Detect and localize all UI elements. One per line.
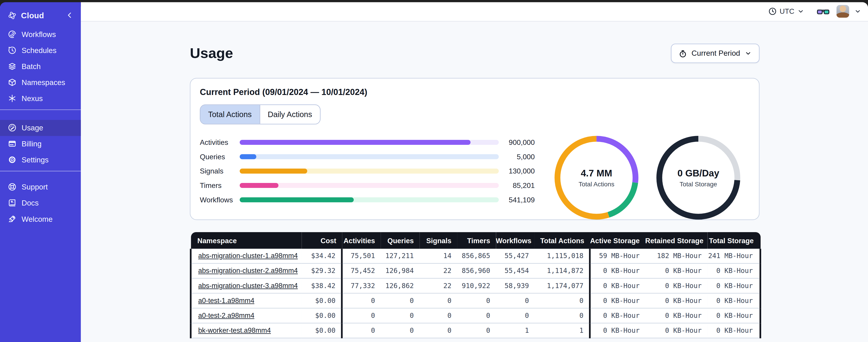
welcome-icon bbox=[8, 214, 17, 223]
cell-activities: 0 bbox=[342, 323, 381, 338]
column-header-timers: Timers bbox=[457, 232, 496, 249]
table-row: a0-test-1.a98mm4$0.000000000 KB-Hour0 KB… bbox=[191, 293, 760, 308]
sidebar-item-namespaces[interactable]: Namespaces bbox=[0, 74, 81, 91]
cell-retained_storage: 182 MB-Hour bbox=[645, 249, 707, 264]
topbar: UTC bbox=[81, 2, 868, 22]
namespace-usage-table: NamespaceCostActivitiesQueriesSignalsTim… bbox=[190, 232, 759, 338]
bar-track bbox=[240, 183, 499, 188]
table-row: a0-test-2.a98mm4$0.000000000 KB-Hour0 KB… bbox=[191, 308, 760, 323]
stopwatch-icon bbox=[679, 49, 687, 58]
cell-namespace: bk-worker-test.a98mm4 bbox=[191, 323, 301, 338]
bar-value: 5,000 bbox=[499, 152, 535, 161]
cell-active_storage: 0 KB-Hour bbox=[590, 323, 645, 338]
cell-cost: $0.00 bbox=[301, 323, 342, 338]
column-header-total_storage: Total Storage bbox=[707, 232, 760, 249]
cell-timers: 856,960 bbox=[457, 264, 496, 278]
sidebar-item-workflows[interactable]: Workflows bbox=[0, 26, 81, 42]
namespace-link[interactable]: abs-migration-cluster-2.a98mm4 bbox=[198, 267, 298, 275]
cell-namespace: abs-migration-cluster-2.a98mm4 bbox=[191, 264, 301, 278]
sidebar-item-support[interactable]: Support bbox=[0, 179, 81, 195]
sidebar-item-welcome[interactable]: Welcome bbox=[0, 211, 81, 227]
cell-workflows: 0 bbox=[496, 308, 534, 323]
sidebar-item-usage[interactable]: Usage bbox=[0, 119, 81, 136]
tab-daily-actions[interactable]: Daily Actions bbox=[259, 105, 320, 124]
page-title: Usage bbox=[190, 45, 233, 62]
cell-queries: 127,211 bbox=[381, 249, 420, 264]
namespace-link[interactable]: abs-migration-cluster-3.a98mm4 bbox=[198, 282, 298, 290]
docs-icon bbox=[8, 199, 17, 207]
chevron-down-icon bbox=[854, 8, 862, 15]
cell-active_storage: 59 MB-Hour bbox=[590, 249, 645, 264]
cell-namespace: abs-migration-cluster-3.a98mm4 bbox=[191, 278, 301, 293]
column-header-active_storage: Active Storage bbox=[590, 232, 645, 249]
cell-signals: 0 bbox=[419, 308, 457, 323]
namespace-link[interactable]: abs-migration-cluster-1.a98mm4 bbox=[198, 252, 298, 260]
sidebar-item-nexus[interactable]: Nexus bbox=[0, 91, 81, 106]
cell-cost: $34.42 bbox=[301, 249, 342, 264]
table-row: abs-migration-cluster-3.a98mm4$38.4277,3… bbox=[191, 278, 760, 293]
bar-label: Signals bbox=[200, 167, 240, 175]
donut-center-value: 0 GB/Day bbox=[677, 168, 719, 179]
bar-value: 85,201 bbox=[499, 181, 535, 189]
main-content: Usage Current Period Current Period (09/… bbox=[81, 22, 868, 342]
sidebar-item-label: Namespaces bbox=[22, 78, 65, 87]
cell-queries: 0 bbox=[381, 293, 420, 308]
cell-total_storage: 241 MB-Hour bbox=[707, 249, 760, 264]
cell-signals: 22 bbox=[419, 278, 457, 293]
billing-icon bbox=[8, 139, 17, 148]
cell-activities: 77,332 bbox=[342, 278, 381, 293]
cell-workflows: 1 bbox=[496, 323, 534, 338]
sidebar-brand: Cloud bbox=[0, 2, 81, 26]
user-avatar[interactable] bbox=[836, 5, 849, 18]
bar-fill bbox=[240, 183, 279, 188]
cell-retained_storage: 0 KB-Hour bbox=[645, 293, 707, 308]
cell-total_storage: 0 KB-Hour bbox=[707, 278, 760, 293]
sidebar-item-label: Settings bbox=[22, 156, 49, 164]
sidebar: Cloud WorkflowsSchedulesBatchNamespacesN… bbox=[0, 2, 81, 342]
sidebar-item-batch[interactable]: Batch bbox=[0, 59, 81, 74]
timezone-selector[interactable]: UTC bbox=[769, 7, 805, 15]
cell-total_storage: 0 KB-Hour bbox=[707, 293, 760, 308]
namespace-link[interactable]: a0-test-2.a98mm4 bbox=[198, 312, 254, 319]
reader-mode-button[interactable] bbox=[816, 8, 830, 15]
account-menu-button[interactable] bbox=[854, 8, 862, 15]
cell-signals: 22 bbox=[419, 264, 457, 278]
sidebar-item-billing[interactable]: Billing bbox=[0, 136, 81, 152]
cell-total_actions: 1,114,872 bbox=[534, 264, 590, 278]
sidebar-collapse-button[interactable] bbox=[64, 10, 74, 20]
bar-fill bbox=[240, 154, 257, 159]
cell-total_storage: 0 KB-Hour bbox=[707, 308, 760, 323]
sidebar-item-schedules[interactable]: Schedules bbox=[0, 42, 81, 58]
settings-icon bbox=[8, 156, 17, 164]
cell-workflows: 0 bbox=[496, 293, 534, 308]
namespace-link[interactable]: a0-test-1.a98mm4 bbox=[198, 297, 254, 305]
cell-cost: $0.00 bbox=[301, 308, 342, 323]
sidebar-nav-footer: SupportDocsWelcome bbox=[0, 179, 81, 227]
column-header-workflows: Workflows bbox=[496, 232, 534, 249]
cell-retained_storage: 0 KB-Hour bbox=[645, 264, 707, 278]
cell-queries: 126,862 bbox=[381, 278, 420, 293]
sidebar-item-settings[interactable]: Settings bbox=[0, 152, 81, 168]
cell-retained_storage: 0 KB-Hour bbox=[645, 323, 707, 338]
sidebar-item-label: Batch bbox=[22, 62, 41, 71]
cell-total_actions: 0 bbox=[534, 293, 590, 308]
period-selector-button[interactable]: Current Period bbox=[671, 44, 760, 63]
tab-total-actions[interactable]: Total Actions bbox=[200, 105, 259, 124]
bar-row-signals: Signals130,000 bbox=[200, 164, 535, 178]
table-row: abs-migration-cluster-1.a98mm4$34.4275,5… bbox=[191, 249, 760, 264]
sidebar-item-docs[interactable]: Docs bbox=[0, 195, 81, 211]
sidebar-item-label: Support bbox=[22, 183, 48, 191]
cell-total_storage: 0 KB-Hour bbox=[707, 264, 760, 278]
namespaces-icon bbox=[8, 78, 17, 87]
column-header-namespace: Namespace bbox=[191, 232, 301, 249]
cell-activities: 0 bbox=[342, 293, 381, 308]
bar-value: 130,000 bbox=[499, 167, 535, 175]
namespace-link[interactable]: bk-worker-test.a98mm4 bbox=[198, 327, 271, 334]
bar-track bbox=[240, 197, 499, 202]
donut-total-storage: 0 GB/DayTotal Storage bbox=[656, 135, 741, 220]
bar-track bbox=[240, 168, 499, 173]
cell-namespace: abs-migration-cluster-1.a98mm4 bbox=[191, 249, 301, 264]
actions-tab-group: Total ActionsDaily Actions bbox=[200, 104, 320, 124]
column-header-queries: Queries bbox=[381, 232, 420, 249]
bar-track bbox=[240, 154, 499, 159]
